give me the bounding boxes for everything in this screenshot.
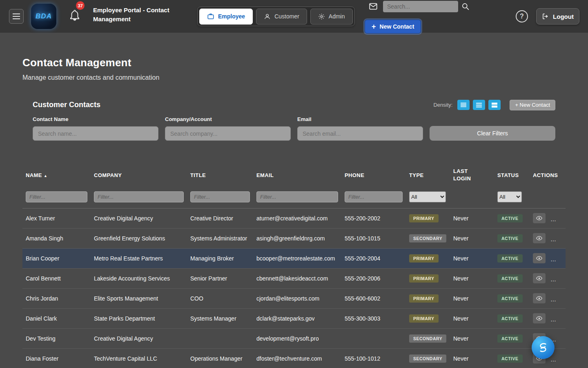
mail-icon[interactable] (368, 2, 378, 11)
eye-icon (536, 255, 542, 261)
tab-admin[interactable]: Admin (310, 9, 353, 25)
view-button[interactable] (533, 253, 546, 263)
contact-name-filter-input[interactable] (33, 126, 158, 141)
cell-actions (530, 229, 566, 249)
column-header-title[interactable]: TITLE (187, 162, 253, 188)
type-badge: PRIMARY (409, 254, 439, 263)
hamburger-menu-button[interactable] (9, 9, 24, 24)
cell-email: asingh@greenfieldnrg.com (253, 229, 341, 249)
company-column-filter-input[interactable] (94, 191, 184, 202)
view-button[interactable] (533, 213, 546, 223)
table-row[interactable]: Alex Turner Creative Digital Agency Crea… (22, 209, 566, 229)
column-header-status[interactable]: STATUS (494, 162, 530, 188)
cell-last-login: Never (450, 249, 494, 269)
table-row[interactable]: Dev Testing Creative Digital Agency deve… (22, 329, 566, 349)
edit-button[interactable] (550, 233, 563, 244)
status-filter-select[interactable]: All (497, 191, 522, 202)
logout-button[interactable]: Logout (536, 8, 579, 25)
bell-icon (69, 9, 81, 21)
tab-label: Admin (329, 13, 345, 20)
cell-phone: 555-300-3003 (341, 309, 406, 329)
table-row[interactable]: Daniel Clark State Parks Department Syst… (22, 309, 566, 329)
main-content: Contact Management Manage customer conta… (0, 33, 588, 368)
column-header-phone[interactable]: PHONE (341, 162, 406, 188)
cell-company: Lakeside Accounting Services (91, 269, 187, 289)
clear-filters-button[interactable]: Clear Filters (430, 126, 555, 141)
pencil-icon (554, 236, 559, 241)
plus-icon: + (372, 23, 376, 30)
cell-actions (530, 289, 566, 309)
table-row[interactable]: Amanda Singh Greenfield Energy Solutions… (22, 229, 566, 249)
cell-title: Managing Broker (187, 249, 253, 269)
search-icon[interactable] (461, 2, 470, 11)
notification-count-badge: 37 (76, 1, 85, 10)
column-header-name[interactable]: NAME▲ (22, 162, 91, 188)
view-button[interactable] (533, 233, 546, 243)
type-badge: SECONDARY (409, 234, 446, 242)
floating-chat-button[interactable] (532, 336, 555, 359)
cell-title (187, 329, 253, 349)
view-button[interactable] (533, 293, 546, 303)
tab-label: Employee (218, 13, 245, 20)
cell-name: Alex Turner (22, 209, 91, 229)
cell-last-login: Never (450, 209, 494, 229)
status-badge: ACTIVE (497, 314, 523, 323)
cell-last-login: Never (450, 349, 494, 368)
cell-type: SECONDARY (406, 229, 450, 249)
tab-employee[interactable]: Employee (199, 9, 253, 25)
density-standard-button[interactable] (473, 100, 485, 110)
edit-button[interactable] (550, 254, 563, 264)
cell-company: Creative Digital Agency (91, 209, 187, 229)
view-button[interactable] (533, 273, 546, 283)
view-button[interactable] (533, 313, 546, 323)
cell-status: ACTIVE (494, 249, 530, 269)
edit-button[interactable] (550, 294, 563, 304)
tab-customer[interactable]: Customer (256, 9, 307, 25)
eye-icon (536, 275, 542, 281)
status-badge: ACTIVE (497, 274, 523, 283)
person-icon (264, 13, 271, 20)
edit-button[interactable] (550, 213, 563, 224)
type-filter-select[interactable]: All (409, 191, 446, 202)
email-filter-input[interactable] (297, 126, 423, 141)
customer-contacts-panel: Customer Contacts Density: + New Contact… (22, 99, 566, 368)
column-header-company[interactable]: COMPANY (91, 162, 187, 188)
edit-button[interactable] (550, 274, 563, 284)
title-column-filter-input[interactable] (190, 191, 250, 202)
page-title: Contact Management (22, 56, 566, 69)
help-button[interactable]: ? (516, 10, 528, 22)
sort-asc-icon: ▲ (44, 174, 47, 178)
contact-name-filter-group: Contact Name (33, 116, 158, 141)
table-row[interactable]: Brian Cooper Metro Real Estate Partners … (22, 249, 566, 269)
edit-button[interactable] (550, 354, 563, 364)
cell-email: development@rysoft.pro (253, 329, 341, 349)
search-input[interactable] (383, 1, 458, 12)
cell-status: ACTIVE (494, 269, 530, 289)
cell-company: TechVenture Capital LLC (91, 349, 187, 368)
phone-column-filter-input[interactable] (345, 191, 403, 202)
tab-label: Customer (274, 13, 299, 20)
cell-email: cbennett@lakesideacct.com (253, 269, 341, 289)
panel-new-contact-button[interactable]: + New Contact (510, 100, 555, 110)
table-row[interactable]: Chris Jordan Elite Sports Management COO… (22, 289, 566, 309)
email-column-filter-input[interactable] (256, 191, 338, 202)
edit-button[interactable] (550, 314, 563, 324)
new-contact-button[interactable]: + New Contact (365, 20, 421, 34)
cell-actions (530, 269, 566, 289)
cell-email: aturner@creativedigital.com (253, 209, 341, 229)
column-header-email[interactable]: EMAIL (253, 162, 341, 188)
table-row[interactable]: Diana Foster TechVenture Capital LLC Ope… (22, 349, 566, 368)
cell-company: Creative Digital Agency (91, 329, 187, 349)
new-contact-label: New Contact (380, 23, 414, 30)
page-subtitle: Manage customer contacts and communicati… (22, 74, 566, 81)
name-column-filter-input[interactable] (26, 191, 87, 202)
notifications-button[interactable] (69, 9, 82, 23)
density-compact-button[interactable] (457, 100, 470, 110)
company-filter-input[interactable] (165, 126, 291, 141)
column-header-type[interactable]: TYPE (406, 162, 450, 188)
density-compact-icon (460, 102, 467, 108)
table-row[interactable]: Carol Bennett Lakeside Accounting Servic… (22, 269, 566, 289)
column-header-last-login[interactable]: LAST LOGIN (450, 162, 494, 188)
density-comfortable-button[interactable] (488, 100, 501, 110)
cell-last-login: Never (450, 309, 494, 329)
